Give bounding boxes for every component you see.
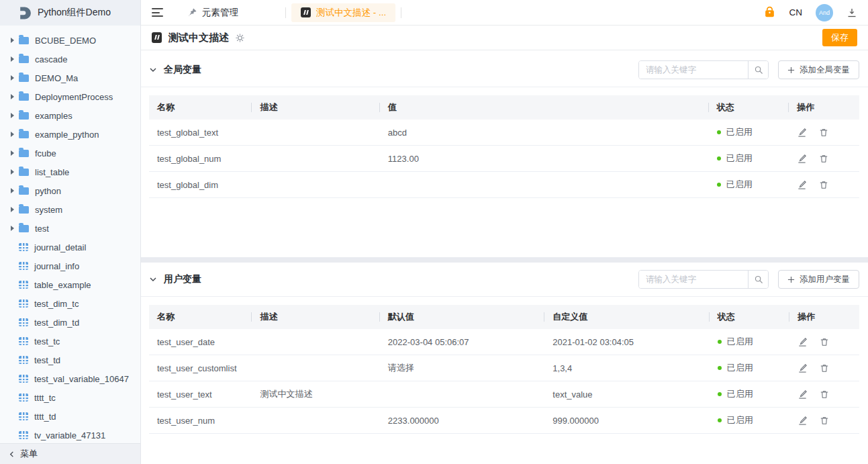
divider xyxy=(141,87,868,87)
sidebar-folder-bcube-demo[interactable]: BCUBE_DEMO xyxy=(0,31,140,50)
table-icon xyxy=(19,318,28,326)
table-row: test_user_text 测试中文描述 text_value 已启用 xyxy=(149,381,859,408)
sidebar-table-test-tc[interactable]: test_tc xyxy=(0,332,140,351)
delete-button[interactable] xyxy=(820,337,829,347)
sidebar-folder-deploymentprocess[interactable]: DeploymentProcess xyxy=(0,87,140,106)
section-title: 用户变量 xyxy=(164,273,201,285)
caret-right-icon[interactable] xyxy=(5,188,19,193)
gear-icon[interactable] xyxy=(235,33,245,43)
sidebar-table-journal-info[interactable]: journal_info xyxy=(0,257,140,275)
sidebar-folder-list-table[interactable]: list_table xyxy=(0,163,140,181)
caret-right-icon[interactable] xyxy=(5,113,19,118)
caret-right-icon[interactable] xyxy=(5,207,19,212)
caret-right-icon[interactable] xyxy=(5,94,19,99)
delete-button[interactable] xyxy=(819,154,828,164)
add-user-variable-button[interactable]: 添加用户变量 xyxy=(778,270,859,289)
caret-right-icon[interactable] xyxy=(5,38,19,43)
status-dot xyxy=(717,183,721,187)
sidebar-folder-fcube[interactable]: fcube xyxy=(0,144,140,163)
delete-button[interactable] xyxy=(819,128,828,138)
sidebar-table-test-val-variable-10647[interactable]: test_val_variable_10647 xyxy=(0,369,140,388)
delete-button[interactable] xyxy=(819,180,828,190)
status-badge: 已启用 xyxy=(709,126,789,138)
delete-button[interactable] xyxy=(820,389,829,400)
delete-button[interactable] xyxy=(820,363,829,373)
folder-icon xyxy=(19,131,29,138)
hamburger-menu-icon[interactable] xyxy=(152,8,163,17)
edit-button[interactable] xyxy=(797,128,807,138)
main-area: 元素管理 测试中文描述 - ... CN And 测试中文描述 保存 全局 xyxy=(141,0,868,464)
sidebar-folder-system[interactable]: system xyxy=(0,200,140,219)
add-global-variable-button[interactable]: 添加全局变量 xyxy=(778,60,859,79)
user-variables-table: 名称 描述 默认值 自定义值 状态 操作 test_user_date 2022… xyxy=(149,305,859,434)
chevron-down-icon[interactable] xyxy=(149,66,157,74)
caret-right-icon[interactable] xyxy=(5,150,19,156)
folder-icon xyxy=(19,225,29,232)
global-search-button[interactable] xyxy=(748,61,768,79)
edit-icon xyxy=(798,337,808,347)
caret-right-icon[interactable] xyxy=(5,75,19,81)
sidebar-table-test-dim-td[interactable]: test_dim_td xyxy=(0,313,140,332)
table-icon xyxy=(19,375,28,383)
sidebar-table-test-td[interactable]: test_td xyxy=(0,351,140,369)
sidebar-folder-test[interactable]: test xyxy=(0,219,140,238)
topbar-item-element-management[interactable]: 元素管理 xyxy=(187,7,238,19)
sidebar-collapse-menu[interactable]: 菜单 xyxy=(0,443,140,464)
edit-button[interactable] xyxy=(797,154,807,164)
status-dot xyxy=(718,392,722,396)
section-title: 全局变量 xyxy=(164,64,201,76)
table-header-row: 名称 描述 值 状态 操作 xyxy=(149,95,859,120)
sidebar-folder-python[interactable]: python xyxy=(0,181,140,200)
download-icon[interactable] xyxy=(847,7,857,18)
delete-button[interactable] xyxy=(820,416,829,426)
sidebar-folder-cascade[interactable]: cascade xyxy=(0,50,140,68)
user-search-button[interactable] xyxy=(748,271,768,288)
edit-icon xyxy=(798,416,808,426)
avatar[interactable]: And xyxy=(816,4,833,21)
page-content: 全局变量 添加全局变量 名称 描述 值 xyxy=(141,50,868,464)
sidebar-table-test-dim-tc[interactable]: test_dim_tc xyxy=(0,294,140,313)
edit-button[interactable] xyxy=(797,180,807,190)
tab-active-variable-page[interactable]: 测试中文描述 - ... xyxy=(291,3,395,22)
cell-default: 2022-03-04 05:06:07 xyxy=(380,337,544,347)
trash-icon xyxy=(820,389,829,400)
section-global-variables: 全局变量 添加全局变量 名称 描述 值 xyxy=(141,58,868,257)
tab-strip: 测试中文描述 - ... xyxy=(285,3,401,22)
sidebar-table-tv-variable-47131[interactable]: tv_variable_47131 xyxy=(0,426,140,443)
bag-icon[interactable] xyxy=(763,6,776,19)
status-badge: 已启用 xyxy=(710,362,790,374)
sidebar-folder-demo-ma[interactable]: DEMO_Ma xyxy=(0,68,140,87)
app-logo-icon xyxy=(17,6,32,20)
caret-right-icon[interactable] xyxy=(5,169,19,175)
edit-button[interactable] xyxy=(798,389,808,400)
cell-value: abcd xyxy=(380,128,709,138)
caret-right-icon[interactable] xyxy=(5,132,19,137)
caret-right-icon[interactable] xyxy=(5,56,19,62)
sidebar-folder-examples[interactable]: examples xyxy=(0,106,140,125)
sidebar-table-tttt-td[interactable]: tttt_td xyxy=(0,407,140,426)
user-search-input[interactable] xyxy=(639,271,748,288)
cell-name: test_user_date xyxy=(149,337,252,347)
edit-button[interactable] xyxy=(798,363,808,373)
cell-name: test_user_num xyxy=(149,416,252,426)
variable-icon xyxy=(301,7,311,17)
folder-icon xyxy=(19,75,29,82)
tab-divider xyxy=(401,7,401,18)
sidebar-table-tttt-tc[interactable]: tttt_tc xyxy=(0,388,140,407)
section-user-variables: 用户变量 添加用户变量 名称 描述 默认值 xyxy=(141,268,868,434)
edit-button[interactable] xyxy=(798,337,808,347)
caret-right-icon[interactable] xyxy=(5,226,19,231)
folder-icon xyxy=(19,169,29,176)
save-button[interactable]: 保存 xyxy=(822,29,857,46)
status-dot xyxy=(718,418,722,422)
sidebar-table-table-example[interactable]: table_example xyxy=(0,275,140,294)
sidebar-folder-example-python[interactable]: example_python xyxy=(0,125,140,144)
page-title: 测试中文描述 xyxy=(168,32,229,44)
chevron-down-icon[interactable] xyxy=(149,275,157,283)
global-search-input[interactable] xyxy=(639,61,748,79)
language-switch[interactable]: CN xyxy=(789,7,803,17)
status-badge: 已启用 xyxy=(710,336,790,348)
table-row: test_global_text abcd 已启用 xyxy=(149,120,859,146)
sidebar-table-journal-detail[interactable]: journal_detail xyxy=(0,238,140,257)
edit-button[interactable] xyxy=(798,416,808,426)
